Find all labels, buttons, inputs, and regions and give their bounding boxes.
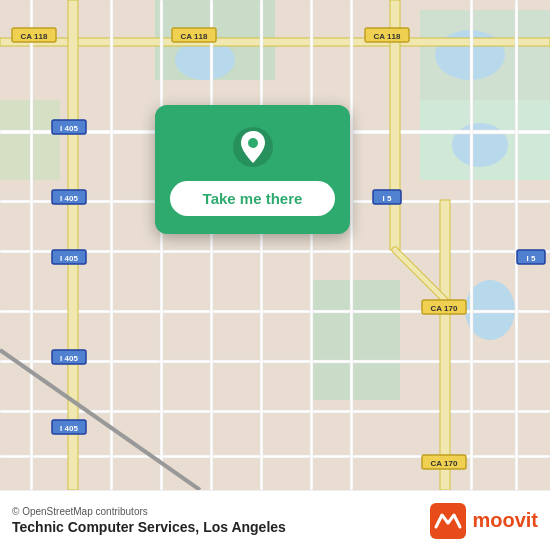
svg-rect-29 <box>515 0 518 490</box>
svg-rect-10 <box>0 38 550 46</box>
svg-text:CA 170: CA 170 <box>431 459 458 468</box>
bottom-bar: © OpenStreetMap contributors Technic Com… <box>0 490 550 550</box>
svg-text:CA 118: CA 118 <box>21 32 48 41</box>
svg-text:I 405: I 405 <box>60 124 78 133</box>
svg-rect-24 <box>210 0 213 490</box>
osm-attribution: © OpenStreetMap contributors <box>12 506 286 517</box>
svg-rect-26 <box>310 0 313 490</box>
svg-text:I 405: I 405 <box>60 354 78 363</box>
svg-text:I 5: I 5 <box>383 194 392 203</box>
svg-text:I 5: I 5 <box>527 254 536 263</box>
svg-rect-21 <box>30 0 33 490</box>
svg-point-58 <box>248 138 258 148</box>
svg-rect-16 <box>0 410 550 413</box>
popup-card: Take me there <box>155 105 350 234</box>
moovit-icon <box>430 503 466 539</box>
svg-rect-14 <box>0 310 550 313</box>
moovit-logo: moovit <box>430 503 538 539</box>
take-me-there-button[interactable]: Take me there <box>170 181 335 216</box>
location-info: © OpenStreetMap contributors Technic Com… <box>12 506 286 535</box>
svg-text:I 405: I 405 <box>60 254 78 263</box>
svg-text:I 405: I 405 <box>60 424 78 433</box>
svg-rect-23 <box>160 0 163 490</box>
svg-rect-20 <box>440 200 450 490</box>
svg-text:CA 118: CA 118 <box>181 32 208 41</box>
location-name: Technic Computer Services, Los Angeles <box>12 519 286 535</box>
svg-rect-18 <box>68 0 78 490</box>
svg-rect-25 <box>260 0 263 490</box>
svg-rect-28 <box>470 0 473 490</box>
svg-text:CA 170: CA 170 <box>431 304 458 313</box>
svg-rect-27 <box>350 0 353 490</box>
svg-rect-17 <box>0 455 550 458</box>
svg-point-8 <box>452 123 508 167</box>
svg-rect-22 <box>110 0 113 490</box>
svg-text:CA 118: CA 118 <box>374 32 401 41</box>
map: CA 118 CA 118 CA 118 I 405 I 405 I 405 I… <box>0 0 550 490</box>
svg-text:I 405: I 405 <box>60 194 78 203</box>
moovit-brand-text: moovit <box>472 509 538 532</box>
svg-rect-5 <box>310 280 400 400</box>
location-pin-icon <box>231 125 275 169</box>
